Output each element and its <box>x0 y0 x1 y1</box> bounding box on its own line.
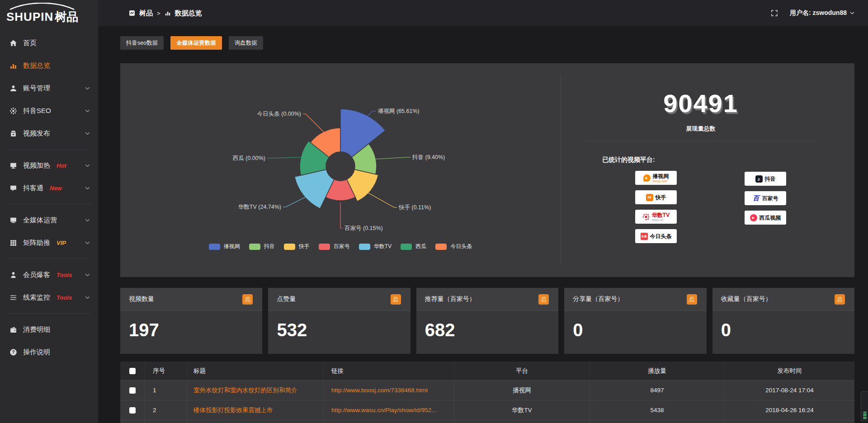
total-badge[interactable]: 总 <box>391 294 401 305</box>
col-link: 链接 <box>324 362 454 380</box>
video-url-link[interactable]: http://www.boosj.com/7338468.html <box>331 387 428 394</box>
stat-card-value: 0 <box>573 320 706 340</box>
col-platform: 平台 <box>454 362 590 380</box>
kuaishou-icon: 88 <box>646 194 653 201</box>
sidebar-item-9[interactable]: 会员爆客Tools <box>0 263 98 286</box>
stat-card-head: 点赞量总 <box>268 288 410 311</box>
chevron-down-icon <box>85 87 90 90</box>
sidebar-item-3[interactable]: 抖音SEO <box>0 99 98 122</box>
baijiahao-icon: 百 <box>753 195 760 202</box>
legend-swatch <box>319 244 330 250</box>
stat-card-1: 点赞量总532 <box>268 288 410 354</box>
publish-icon <box>9 130 17 137</box>
app-root: SHUPIN树品 首页数据总览账号管理抖音SEO视频发布视频加热Hot抖客通Ne… <box>0 0 868 423</box>
legend-item-5[interactable]: 西瓜 <box>401 243 426 250</box>
sidebar-item-2[interactable]: 账号管理 <box>0 77 98 99</box>
legend-label: 百家号 <box>334 243 350 250</box>
pie-label-6: 今日头条 (0.00%) <box>257 111 301 117</box>
sidebar-item-label: 抖音SEO <box>23 107 51 115</box>
sidebar-item-badge: VIP <box>57 240 66 246</box>
legend-item-2[interactable]: 快手 <box>284 243 310 250</box>
total-impressions-label: 展现量总数 <box>583 125 818 133</box>
total-badge[interactable]: 总 <box>835 294 845 305</box>
stat-cards: 视频数量总197点赞量总532推荐量（百家号）总682分享量（百家号）总0收藏量… <box>120 288 854 354</box>
cell-time: 2017-08-24 17:04 <box>725 381 854 400</box>
pie-label-4: 华数TV (24.74%) <box>238 204 281 210</box>
label-line-2 <box>368 193 397 207</box>
main-area: 树品 > 数据总览 用户名: zswodun88 抖音seo数据全媒体运营数据询… <box>98 0 868 423</box>
stat-card-value: 532 <box>277 320 410 340</box>
bar-chart-icon <box>165 10 171 16</box>
label-line-5 <box>267 157 301 158</box>
monitor-icon <box>9 162 17 169</box>
sliders-icon <box>9 294 17 301</box>
sidebar-item-6[interactable]: 抖客通New <box>0 177 98 199</box>
cell-no: 1 <box>145 381 188 400</box>
sidebar-item-12[interactable]: ?操作说明 <box>0 341 98 363</box>
sidebar-item-11[interactable]: 消费明细 <box>0 318 98 341</box>
tab-2[interactable]: 询盘数据 <box>229 36 263 50</box>
table-row-0: 1室外水纹灯和室内水纹灯的区别和简介http://www.boosj.com/7… <box>120 381 854 400</box>
total-badge[interactable]: 总 <box>538 294 549 305</box>
breadcrumb: 树品 > 数据总览 <box>129 9 202 18</box>
sidebar-item-label: 线索监控 <box>23 293 50 302</box>
platform-logo-left-2: 华数TVwasu.cn <box>635 210 677 224</box>
total-badge[interactable]: 总 <box>242 294 253 305</box>
row-checkbox[interactable] <box>129 407 136 414</box>
col-time: 发布时间 <box>725 362 854 380</box>
legend-item-3[interactable]: 百家号 <box>319 243 350 250</box>
sidebar: SHUPIN树品 首页数据总览账号管理抖音SEO视频发布视频加热Hot抖客通Ne… <box>0 0 98 423</box>
data-tabs: 抖音seo数据全媒体运营数据询盘数据 <box>120 36 854 50</box>
sidebar-item-5[interactable]: 视频加热Hot <box>0 154 98 177</box>
legend-label: 今日头条 <box>450 243 472 250</box>
label-line-3 <box>340 202 343 228</box>
floating-widget[interactable] <box>861 391 868 421</box>
total-badge[interactable]: 总 <box>687 294 697 305</box>
platform-name: 抖音 <box>765 176 776 182</box>
legend-item-6[interactable]: 今日头条 <box>435 243 472 250</box>
app-logo[interactable]: SHUPIN树品 <box>0 0 98 25</box>
platform-sub: wasu.cn <box>652 218 670 221</box>
video-url-link[interactable]: http://www.wasu.cn/Play/show/id/952... <box>331 407 437 414</box>
sidebar-item-label: 抖客通 <box>23 184 43 193</box>
select-all-checkbox[interactable] <box>129 368 136 374</box>
sidebar-item-label: 首页 <box>23 39 37 47</box>
col-no: 序号 <box>145 362 188 380</box>
stat-card-body: 682 <box>416 311 558 354</box>
platform-name: 快手 <box>656 195 666 200</box>
member-icon <box>9 271 17 279</box>
pie-label-5: 西瓜 (0.00%) <box>233 155 265 161</box>
sidebar-divider <box>7 204 91 204</box>
sidebar-item-0[interactable]: 首页 <box>0 32 98 54</box>
platform-logos-right: ♪抖音百百家号▶西瓜视频 <box>745 172 786 230</box>
sidebar-item-10[interactable]: 线索监控Tools <box>0 286 98 309</box>
sidebar-item-4[interactable]: 视频发布 <box>0 122 98 145</box>
sidebar-item-badge: Tools <box>57 294 72 301</box>
video-title-link[interactable]: 楼体投影灯投影效果震撼上市 <box>193 406 273 414</box>
chevron-down-icon <box>85 109 90 113</box>
logo-text-en: SHUPIN <box>6 10 53 24</box>
fullscreen-icon[interactable] <box>771 9 778 17</box>
wasu-icon <box>642 213 650 221</box>
tab-1[interactable]: 全媒体运营数据 <box>170 36 222 50</box>
breadcrumb-home[interactable]: 树品 <box>139 9 153 18</box>
legend-swatch <box>284 244 295 250</box>
platform-logo-left-1: 88快手 <box>635 190 677 204</box>
tab-0[interactable]: 抖音seo数据 <box>120 36 164 50</box>
table-row-partial <box>120 420 854 423</box>
sidebar-item-label: 数据总览 <box>23 61 50 70</box>
user-menu[interactable]: 用户名: zswodun88 <box>790 9 854 17</box>
stat-card-label: 推荐量（百家号） <box>425 295 476 303</box>
sidebar-item-7[interactable]: 全媒体运营 <box>0 209 98 231</box>
sidebar-item-1[interactable]: 数据总览 <box>0 54 98 77</box>
row-checkbox[interactable] <box>129 387 136 394</box>
sidebar-item-8[interactable]: 矩阵助推VIP <box>0 231 98 254</box>
legend-item-4[interactable]: 华数TV <box>359 243 392 250</box>
video-title-link[interactable]: 室外水纹灯和室内水纹灯的区别和简介 <box>193 386 297 395</box>
stat-card-head: 分享量（百家号）总 <box>564 288 706 311</box>
stat-card-body: 197 <box>120 311 262 354</box>
videos-table: 序号标题链接平台播放量发布时间1室外水纹灯和室内水纹灯的区别和简介http://… <box>120 362 854 423</box>
legend-item-0[interactable]: 播视网 <box>209 243 240 250</box>
legend-item-1[interactable]: 抖音 <box>249 243 275 250</box>
breadcrumb-separator: > <box>157 10 160 17</box>
